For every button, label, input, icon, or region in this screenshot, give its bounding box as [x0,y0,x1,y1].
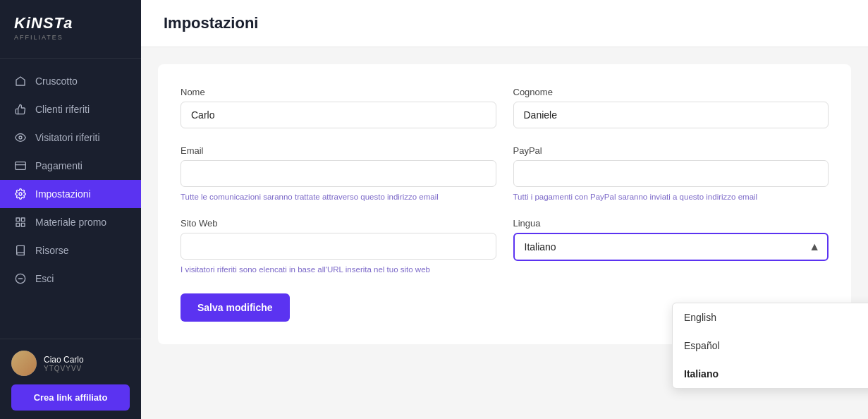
sidebar-item-esci[interactable]: Esci [0,265,141,293]
paypal-group: PayPal Tutti i pagamenti con PayPal sara… [513,145,829,201]
logo: KiNSTa [14,14,127,32]
svg-point-0 [19,136,22,139]
email-input[interactable] [181,160,496,187]
sidebar-item-esci-label: Esci [35,273,54,284]
content-area: Nome Cognome Email Tutte le comunicazion… [141,47,868,361]
avatar-image [11,351,37,376]
cognome-label: Cognome [513,87,829,97]
sidebar-item-pagamenti-label: Pagamenti [35,160,82,171]
eye-icon [14,131,27,144]
sidebar-item-risorse[interactable]: Risorse [0,236,141,265]
logo-area: KiNSTa AFFILIATES [0,0,141,59]
sito-web-group: Sito Web I visitatori riferiti sono elen… [181,218,496,274]
sito-web-input[interactable] [181,233,496,260]
crea-link-affiliato-button[interactable]: Crea link affiliato [11,384,130,411]
nav-list: Cruscotto Clienti riferiti Visitatori ri… [0,59,141,339]
lingua-group: Lingua English Español Italiano ▲ Englis… [513,218,829,274]
cognome-group: Cognome [513,87,829,128]
settings-icon [14,188,27,200]
paypal-hint: Tutti i pagamenti con PayPal saranno inv… [513,193,829,201]
svg-rect-7 [16,223,20,226]
grid-icon [14,216,27,229]
sidebar-item-clienti-label: Clienti riferiti [35,104,90,115]
form-card: Nome Cognome Email Tutte le comunicazion… [158,64,851,344]
sidebar-item-visitatori-riferiti[interactable]: Visitatori riferiti [0,123,141,152]
cognome-input[interactable] [513,102,829,128]
nome-group: Nome [181,87,496,128]
logo-subtitle: AFFILIATES [14,34,127,41]
sidebar-item-risorse-label: Risorse [35,245,68,256]
main-content: Impostazioni Nome Cognome Email T [141,0,868,419]
user-code: YTQVYVV [44,365,84,372]
lingua-select[interactable]: English Español Italiano [513,233,829,261]
nome-label: Nome [181,87,496,97]
sidebar-bottom: Ciao Carlo YTQVYVV Crea link affiliato [0,339,141,419]
paypal-label: PayPal [513,145,829,156]
sidebar-item-clienti-riferiti[interactable]: Clienti riferiti [0,95,141,123]
card-icon [14,159,27,172]
form-grid: Nome Cognome Email Tutte le comunicazion… [181,87,829,274]
book-icon [14,244,27,257]
svg-rect-6 [21,223,25,226]
dropdown-option-english[interactable]: English [673,303,868,332]
lingua-label: Lingua [513,218,829,229]
sidebar-item-materiale-label: Materiale promo [35,217,106,228]
sidebar-item-impostazioni-label: Impostazioni [35,188,91,200]
home-icon [14,75,27,87]
email-group: Email Tutte le comunicazioni saranno tra… [181,145,496,201]
svg-rect-5 [21,218,25,221]
user-text: Ciao Carlo YTQVYVV [44,355,84,372]
lingua-dropdown-overlay: English Español Italiano [672,303,868,389]
user-info: Ciao Carlo YTQVYVV [11,351,130,376]
dropdown-option-espanol[interactable]: Español [673,332,868,360]
nome-input[interactable] [181,102,496,128]
sito-web-label: Sito Web [181,218,496,229]
sidebar-item-cruscotto[interactable]: Cruscotto [0,67,141,95]
user-greeting: Ciao Carlo [44,355,84,365]
svg-rect-1 [16,162,26,170]
sidebar-item-pagamenti[interactable]: Pagamenti [0,152,141,180]
sidebar-item-cruscotto-label: Cruscotto [35,75,78,87]
page-title: Impostazioni [164,14,845,32]
thumbsup-icon [14,103,27,116]
main-header: Impostazioni [141,0,868,47]
sidebar-item-visitatori-label: Visitatori riferiti [35,132,100,143]
logout-icon [14,272,27,285]
svg-rect-4 [16,218,20,221]
dropdown-option-italiano[interactable]: Italiano [673,360,868,388]
lingua-select-wrapper: English Español Italiano ▲ [513,233,829,261]
svg-point-3 [19,193,22,195]
sidebar-item-materiale-promo[interactable]: Materiale promo [0,208,141,236]
avatar [11,351,37,376]
paypal-input[interactable] [513,160,829,187]
save-button[interactable]: Salva modifiche [181,293,290,322]
sito-web-hint: I visitatori riferiti sono elencati in b… [181,265,496,274]
email-hint: Tutte le comunicazioni saranno trattate … [181,193,496,201]
email-label: Email [181,145,496,156]
sidebar: KiNSTa AFFILIATES Cruscotto Clienti rife… [0,0,141,419]
sidebar-item-impostazioni[interactable]: Impostazioni [0,180,141,208]
